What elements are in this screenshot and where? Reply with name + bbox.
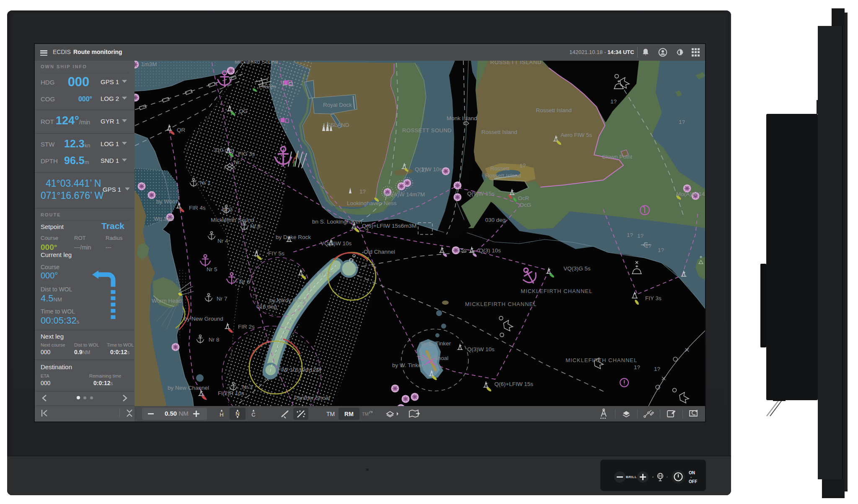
svg-text:Tinker Shoal: Tinker Shoal — [417, 355, 448, 361]
svg-text:Nr: Nr — [234, 159, 240, 165]
svg-text:Wo Spit: Wo Spit — [154, 216, 173, 222]
svg-text:Nr 5: Nr 5 — [207, 266, 217, 273]
svg-text:by E. Tinker: by E. Tinker — [421, 340, 451, 347]
svg-text:1?: 1? — [645, 243, 651, 249]
svg-text:Rossett: Rossett — [490, 165, 509, 172]
svg-text:Micklefirth Sound: Micklefirth Sound — [211, 217, 254, 223]
svg-text:Micklefirth Sound: Micklefirth Sound — [235, 61, 278, 65]
svg-text:by W. Tinker: by W. Tinker — [392, 362, 424, 368]
svg-text:1?: 1? — [658, 247, 664, 253]
svg-text:Rossett Island: Rossett Island — [481, 129, 517, 135]
svg-text:Q(3) 10s: Q(3) 10s — [479, 247, 501, 254]
svg-text:by Kilroy Rock: by Kilroy Rock — [269, 297, 306, 303]
svg-text:VQ(9)W 10s: VQ(9)W 10s — [320, 240, 352, 247]
svg-text:Old Channel: Old Channel — [364, 249, 395, 255]
svg-text:FIR 4s: FIR 4s — [189, 205, 206, 211]
svg-text:1?: 1? — [421, 167, 427, 173]
svg-text:ROSSETT ISLAND: ROSSETT ISLAND — [490, 61, 542, 65]
svg-text:1?: 1? — [519, 162, 526, 169]
svg-text:1?: 1? — [634, 364, 640, 370]
svg-text:Q(3)W 10s: Q(3)W 10s — [467, 346, 495, 352]
svg-text:by New Channel: by New Channel — [168, 385, 209, 391]
svg-text:Nr 7: Nr 7 — [217, 296, 227, 302]
svg-text:Q(6)+LFIW 15s6m3M: Q(6)+LFIW 15s6m3M — [362, 223, 416, 229]
svg-text:OcR: OcR — [518, 195, 529, 201]
svg-text:MICKLEFIRTH CHANNEL: MICKLEFIRTH CHANNEL — [521, 288, 592, 294]
svg-text:MICKLEFIRTH CHANNEL: MICKLEFIRTH CHANNEL — [566, 357, 637, 363]
svg-text:Nr 4: Nr 4 — [217, 238, 228, 244]
svg-text:QR: QR — [177, 127, 186, 133]
svg-text:Nr 6: Nr 6 — [239, 279, 250, 285]
svg-text:1?: 1? — [610, 98, 617, 105]
svg-text:Nr.3: Nr.3 — [242, 384, 253, 390]
svg-text:1?: 1? — [679, 119, 685, 125]
svg-text:Q(6)+LFIW 15s: Q(6)+LFIW 15s — [494, 381, 533, 387]
svg-text:1?: 1? — [359, 188, 366, 195]
svg-text:Nr.8: Nr.8 — [250, 223, 261, 229]
svg-text:Worm Head: Worm Head — [152, 298, 182, 304]
svg-text:310 deg: 310 deg — [214, 147, 234, 153]
svg-text:Rossett Island: Rossett Island — [536, 107, 572, 113]
svg-text:Nr.2: Nr.2 — [222, 206, 233, 213]
svg-text:ROSSETT SOUND: ROSSETT SOUND — [402, 127, 452, 134]
svg-text:Mo(A)W 14m7M: Mo(A)W 14m7M — [384, 191, 425, 198]
svg-text:1?: 1? — [654, 366, 660, 372]
svg-text:1m3M: 1m3M — [141, 61, 157, 67]
svg-text:QG: QG — [239, 108, 248, 114]
svg-text:15s: 15s — [457, 247, 467, 253]
svg-text:1?: 1? — [627, 232, 633, 238]
svg-text:Lookinghaven Ness: Lookinghaven Ness — [347, 200, 397, 206]
svg-text:by New Ground: by New Ground — [184, 316, 223, 322]
svg-text:Rossett Island: Rossett Island — [485, 172, 521, 179]
svg-text:FIY 2s: FIY 2s — [317, 270, 333, 277]
svg-text:MICKLEFIRTH CHANNEL: MICKLEFIRTH CHANNEL — [465, 301, 537, 307]
svg-text:?: ? — [365, 228, 369, 234]
svg-text:by Duke Rock: by Duke Rock — [276, 234, 311, 240]
svg-text:Mo(A)W 14m7M: Mo(A)W 14m7M — [676, 191, 705, 197]
svg-text:030 deg: 030 deg — [485, 217, 506, 223]
svg-text:Monk Island: Monk Island — [447, 115, 477, 121]
svg-text:Royal Dock: Royal Dock — [323, 102, 352, 108]
svg-text:by Worm: by Worm — [156, 198, 179, 205]
svg-text:Nr 1: Nr 1 — [200, 180, 211, 186]
svg-text:FIR 2s: FIR 2s — [238, 324, 255, 330]
svg-text:1?: 1? — [637, 233, 644, 239]
svg-text:OcG: OcG — [519, 202, 531, 208]
svg-text:J SSLAND: J SSLAND — [322, 122, 349, 128]
svg-text:Aero FIW 5s: Aero FIW 5s — [561, 132, 592, 138]
svg-text:VQ(3)G 5s: VQ(3)G 5s — [563, 265, 591, 272]
svg-text:Panther Shoal: Panther Shoal — [294, 395, 330, 401]
svg-text:FIG 3s: FIG 3s — [238, 151, 255, 157]
svg-text:Fl(2)R 10s: Fl(2)R 10s — [218, 390, 244, 396]
svg-text:Q(3)W 10s: Q(3)W 10s — [415, 166, 442, 172]
svg-text:FIY 5s: FIY 5s — [268, 250, 284, 257]
svg-text:FIW 10s19m12M: FIW 10s19m12M — [278, 367, 321, 373]
svg-text:bn S. Lookinghaven: bn S. Lookinghaven — [312, 219, 362, 225]
svg-text:Clown Point: Clown Point — [602, 154, 632, 160]
svg-text:Q(9)W 15s: Q(9)W 15s — [467, 190, 495, 197]
svg-text:016 deg: 016 deg — [256, 303, 277, 310]
svg-text:FIY 3s: FIY 3s — [645, 295, 662, 301]
svg-text:FIG 2s: FIG 2s — [259, 83, 276, 90]
svg-text:Nr 8: Nr 8 — [209, 337, 220, 343]
